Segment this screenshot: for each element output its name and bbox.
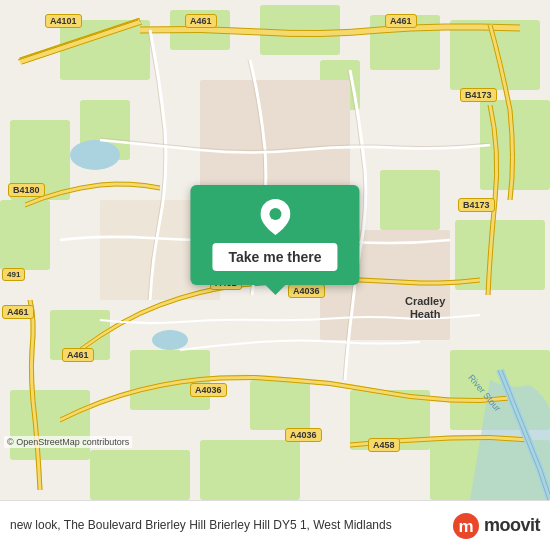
road-label-a458: A458 [368, 438, 400, 452]
road-label-b4173-right: B4173 [458, 198, 495, 212]
svg-rect-1 [60, 20, 150, 80]
take-me-there-button[interactable]: Take me there [212, 243, 337, 271]
svg-rect-15 [250, 380, 310, 430]
svg-rect-24 [200, 80, 350, 200]
popup-box: Take me there [190, 185, 359, 285]
svg-point-22 [70, 140, 120, 170]
place-label-cradley-heath: CradleyHeath [405, 295, 445, 321]
svg-rect-20 [200, 440, 300, 500]
svg-rect-10 [0, 200, 50, 270]
road-label-a4101: A4101 [45, 14, 82, 28]
popup: Take me there [190, 185, 359, 285]
moovit-m-icon: m [452, 512, 480, 540]
road-label-b4180: B4180 [8, 183, 45, 197]
svg-rect-21 [90, 450, 190, 500]
bottom-bar: new look, The Boulevard Brierley Hill Br… [0, 500, 550, 550]
road-label-491: 491 [2, 268, 25, 281]
road-label-a4036-lower: A4036 [190, 383, 227, 397]
road-label-a461-left: A461 [2, 305, 34, 319]
road-label-a4036-lower2: A4036 [285, 428, 322, 442]
moovit-text: moovit [484, 515, 540, 536]
road-label-a461-top: A461 [185, 14, 217, 28]
svg-text:m: m [458, 517, 473, 536]
svg-point-23 [152, 330, 188, 350]
map-container: A4101 A461 A461 B4173 B4180 491 A461 A46… [0, 0, 550, 500]
location-pin-icon [260, 199, 290, 235]
svg-rect-11 [380, 170, 440, 230]
road-label-a461-lower: A461 [62, 348, 94, 362]
address-text: new look, The Boulevard Brierley Hill Br… [10, 518, 442, 534]
svg-rect-18 [10, 390, 90, 460]
road-label-b4173-top: B4173 [460, 88, 497, 102]
road-label-a4036-mid: A4036 [288, 284, 325, 298]
road-label-a461-top2: A461 [385, 14, 417, 28]
attribution-text: © OpenStreetMap contributors [4, 436, 132, 448]
svg-point-29 [269, 208, 281, 220]
moovit-logo: m moovit [452, 512, 540, 540]
